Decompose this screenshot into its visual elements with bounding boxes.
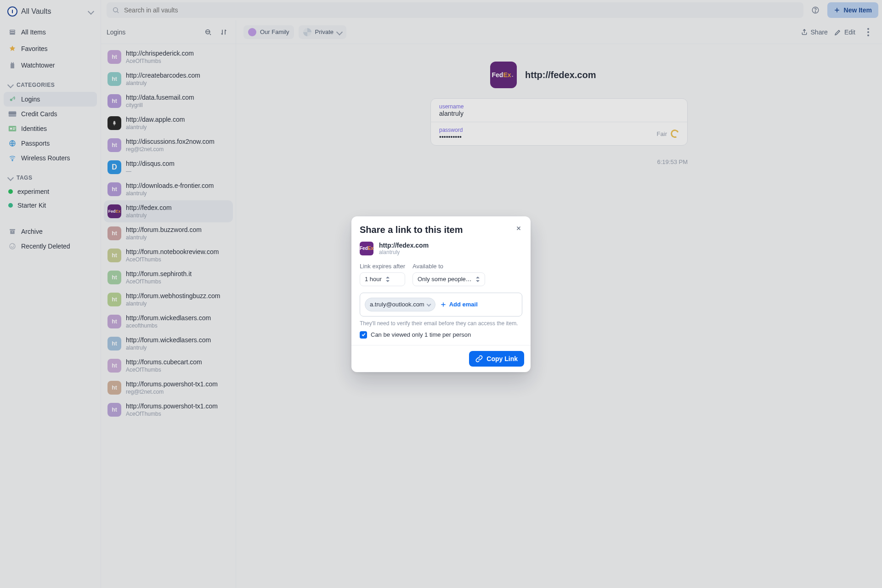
app-root: All Vaults All ItemsFavoritesWatchtower … (0, 0, 882, 588)
expires-select[interactable]: 1 hour (360, 272, 405, 286)
available-select[interactable]: Only some people… (413, 272, 485, 286)
close-button[interactable] (512, 222, 525, 235)
stepper-icon (475, 277, 480, 282)
dialog-title: Share a link to this item (360, 225, 522, 235)
add-email-label: Add email (449, 301, 478, 308)
dialog-footer: Copy Link (351, 345, 531, 372)
email-chip[interactable]: a.truly@outlook.com (365, 298, 435, 311)
dialog-item-sub: alantruly (379, 249, 429, 255)
dialog-item: FedEx http://fedex.com alantruly (360, 242, 522, 255)
item-brand-icon: FedEx (360, 242, 373, 255)
copy-link-button[interactable]: Copy Link (469, 351, 524, 367)
view-once-label: Can be viewed only 1 time per person (371, 331, 471, 338)
chevron-down-icon (427, 303, 430, 306)
email-chip-label: a.truly@outlook.com (370, 301, 424, 308)
close-icon (515, 225, 522, 232)
email-area[interactable]: a.truly@outlook.com Add email (360, 293, 522, 317)
share-dialog: Share a link to this item FedEx http://f… (351, 216, 531, 372)
plus-icon (440, 301, 447, 308)
link-icon (475, 355, 483, 362)
dialog-options: Link expires after 1 hour Available to O… (360, 263, 522, 286)
checkbox-icon[interactable] (360, 331, 367, 339)
modal-scrim[interactable]: Share a link to this item FedEx http://f… (0, 0, 882, 588)
view-once-row[interactable]: Can be viewed only 1 time per person (360, 331, 522, 339)
dialog-hint: They'll need to verify their email befor… (360, 320, 522, 327)
available-value: Only some people… (418, 276, 472, 283)
expires-value: 1 hour (365, 276, 382, 283)
dialog-item-title: http://fedex.com (379, 242, 429, 249)
available-label: Available to (413, 263, 485, 270)
copy-link-label: Copy Link (486, 355, 518, 362)
add-email-button[interactable]: Add email (440, 301, 478, 308)
expires-label: Link expires after (360, 263, 405, 270)
stepper-icon (385, 277, 390, 282)
